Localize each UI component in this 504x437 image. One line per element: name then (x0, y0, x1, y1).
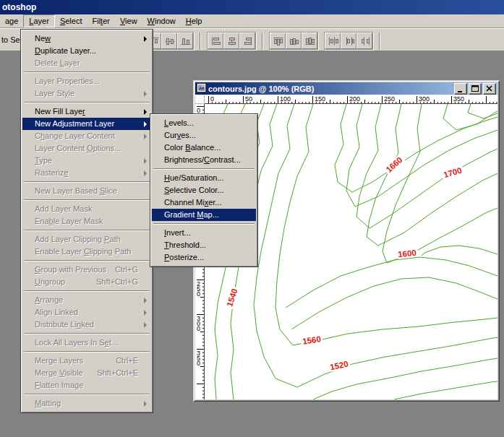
menu-item-new-fill-layer[interactable]: New Fill Layer (22, 105, 151, 118)
menu-item-distribute-linked[interactable]: Distribute Linked (22, 319, 151, 331)
menu-item-label: Merge Visible (22, 368, 82, 377)
photoshop-workspace: otoshop ageLayerSelectFilterViewWindowHe… (0, 0, 504, 437)
menu-item-merge-visible[interactable]: Merge VisibleShft+Ctrl+E (22, 367, 151, 379)
document-titlebar[interactable]: contours.jpg @ 100% (RGB) (195, 82, 497, 95)
svg-text:350: 350 (453, 95, 464, 103)
shortcut-label: Shft+Ctrl+G (96, 276, 138, 288)
menu-item-delete-layer[interactable]: Delete Layer (22, 57, 151, 69)
distribute-vertical-centers-icon (289, 36, 299, 46)
menu-item-label: Matting (22, 399, 61, 407)
distribute-top-edges-button[interactable] (270, 33, 286, 49)
menubar-item-window[interactable]: Window (142, 15, 181, 27)
svg-text:150: 150 (315, 95, 325, 103)
align-left-edges-icon (210, 36, 221, 46)
close-button[interactable] (483, 83, 496, 95)
menu-item-add-layer-clipping-path[interactable]: Add Layer Clipping Path (22, 233, 151, 246)
menu-item-merge-layers[interactable]: Merge LayersCtrl+E (22, 355, 151, 367)
submenu-item-hue-saturation[interactable]: Hue/Saturation... (152, 172, 256, 184)
submenu-item-color-balance[interactable]: Color Balance... (152, 142, 256, 154)
menubar-item-filter[interactable]: Filter (87, 15, 114, 27)
distribute-right-edges-button[interactable] (356, 33, 372, 49)
menu-item-layer-style[interactable]: Layer Style (22, 87, 151, 100)
distribute-top-edges-icon (273, 36, 283, 46)
menu-item-label: Add Layer Clipping Path (22, 235, 121, 243)
maximize-button[interactable] (469, 83, 482, 95)
menu-item-group-with-previous[interactable]: Group with PreviousCtrl+G (22, 264, 151, 276)
submenu-item-curves[interactable]: Curves... (152, 129, 256, 142)
menu-item-label: Gradient Map... (152, 210, 219, 219)
menu-item-new[interactable]: New (22, 33, 151, 45)
svg-text:0: 0 (197, 290, 200, 298)
distribute-left-edges-button[interactable] (325, 33, 341, 49)
menu-item-label: Ungroup (22, 277, 65, 286)
menu-item-label: Enable Layer Mask (22, 217, 103, 225)
align-bottom-edges-icon (180, 36, 191, 46)
menu-separator (153, 168, 255, 170)
align-horizontal-centers-button[interactable] (223, 33, 239, 49)
distribute-bottom-edges-button[interactable] (302, 33, 317, 49)
align-bottom-edges-button[interactable] (177, 33, 193, 49)
ruler-corner[interactable] (195, 95, 205, 104)
menu-item-layer-properties[interactable]: Layer Properties... (22, 75, 151, 87)
align-left-edges-button[interactable] (208, 33, 223, 49)
menu-separator (24, 260, 150, 261)
menu-item-rasterize[interactable]: Rasterize (22, 167, 151, 179)
contour-elevation-label: 1540 (225, 286, 240, 309)
submenu-item-invert[interactable]: Invert... (152, 227, 256, 239)
shortcut-label: Shft+Ctrl+E (97, 367, 138, 379)
svg-text:50: 50 (245, 95, 252, 103)
menu-item-label: New Adjustment Layer (22, 119, 114, 128)
submenu-item-gradient-map[interactable]: Gradient Map... (152, 209, 256, 221)
menu-item-enable-layer-clipping-path[interactable]: Enable Layer Clipping Path (22, 246, 151, 258)
align-vertical-centers-icon (164, 36, 175, 46)
toolbar-separator (262, 33, 263, 50)
submenu-item-posterize[interactable]: Posterize... (152, 251, 256, 264)
menu-separator (24, 394, 150, 395)
menu-item-label: age (5, 17, 18, 25)
menu-item-label: Curves... (152, 131, 196, 139)
menu-item-align-linked[interactable]: Align Linked (22, 306, 151, 319)
menu-item-arrange[interactable]: Arrange (22, 294, 151, 306)
distribute-horizontal-centers-button[interactable] (341, 33, 356, 49)
minimize-button[interactable] (454, 83, 467, 95)
contour-elevation-label: 1520 (328, 359, 351, 372)
submenu-item-threshold[interactable]: Threshold... (152, 239, 256, 251)
menu-item-flatten-image[interactable]: Flatten Image (22, 379, 151, 391)
svg-text:0: 0 (197, 325, 200, 332)
horizontal-ruler[interactable]: 050100150200250300350 (205, 95, 497, 104)
menu-item-ungroup[interactable]: UngroupShft+Ctrl+G (22, 276, 151, 288)
svg-text:1700: 1700 (443, 166, 463, 180)
svg-text:0: 0 (210, 95, 214, 103)
align-vertical-centers-button[interactable] (161, 33, 177, 49)
menu-item-matting[interactable]: Matting (22, 397, 151, 410)
distribute-group-1 (269, 32, 318, 50)
menubar-item-age[interactable]: age (0, 15, 23, 27)
menu-item-add-layer-mask[interactable]: Add Layer Mask (22, 203, 151, 215)
submenu-item-levels[interactable]: Levels... (152, 117, 256, 129)
menubar-item-layer[interactable]: Layer (23, 14, 55, 27)
submenu-item-selective-color[interactable]: Selective Color... (152, 184, 256, 196)
options-left-label: to Sel (1, 35, 22, 44)
app-titlebar[interactable]: otoshop (0, 0, 504, 14)
menubar-item-help[interactable]: Help (181, 15, 208, 27)
menu-item-layer-content-options[interactable]: Layer Content Options... (22, 142, 151, 155)
menubar-item-select[interactable]: Select (55, 15, 87, 27)
submenu-item-brightness-contrast[interactable]: Brightness/Contrast... (152, 154, 256, 166)
menu-item-change-layer-content[interactable]: Change Layer Content (22, 130, 151, 142)
align-distribute-toolbar (145, 32, 380, 50)
menu-item-new-adjustment-layer[interactable]: New Adjustment Layer (22, 118, 151, 130)
menu-item-new-layer-based-slice[interactable]: New Layer Based Slice (22, 185, 151, 197)
distribute-horizontal-centers-icon (343, 36, 354, 46)
menu-item-lock-all-layers-in-set[interactable]: Lock All Layers In Set... (22, 337, 151, 349)
window-controls (454, 83, 496, 95)
align-right-edges-button[interactable] (239, 33, 255, 49)
close-icon (485, 85, 494, 93)
menu-item-type[interactable]: Type (22, 155, 151, 167)
menu-item-duplicate-layer[interactable]: Duplicate Layer... (22, 45, 151, 57)
distribute-vertical-centers-button[interactable] (286, 33, 302, 49)
menu-item-label: Brightness/Contrast... (152, 155, 241, 164)
menubar-item-view[interactable]: View (115, 15, 142, 27)
menu-item-enable-layer-mask[interactable]: Enable Layer Mask (22, 215, 151, 228)
svg-text:200: 200 (349, 95, 360, 103)
submenu-item-channel-mixer[interactable]: Channel Mixer... (152, 196, 256, 209)
